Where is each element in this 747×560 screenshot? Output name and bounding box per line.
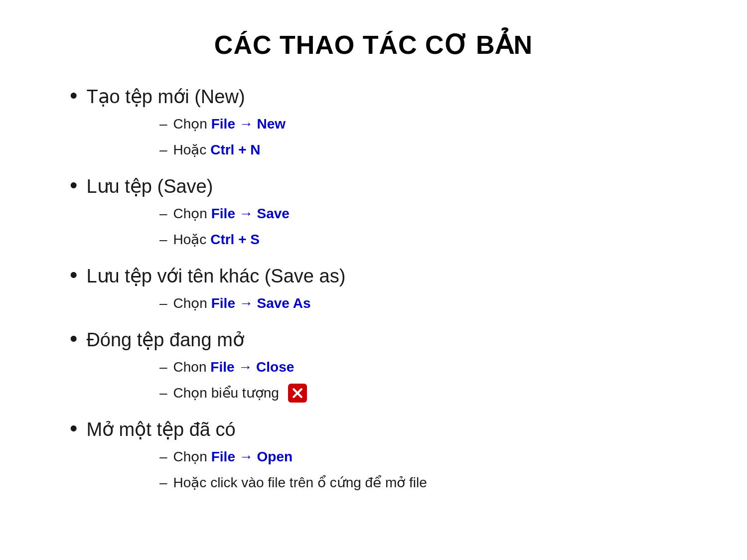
sub-text: Chọn File → New [173, 114, 286, 135]
arrow-icon: → [239, 116, 253, 132]
item-label-close: Đóng tệp đang mở [86, 329, 244, 351]
sub-item: – Hoặc Ctrl + S [159, 229, 638, 250]
item-label-save: Lưu tệp (Save) [86, 175, 213, 197]
content-area: • Tạo tệp mới (New) – Chọn File → New – … [40, 85, 638, 493]
bullet-main-save-as: • Lưu tệp với tên khác (Save as) [70, 264, 638, 287]
arrow-icon: → [239, 295, 253, 311]
dash: – [159, 293, 167, 314]
bold-close: Close [256, 359, 294, 375]
dash: – [159, 140, 167, 160]
list-item-new: • Tạo tệp mới (New) – Chọn File → New – … [70, 85, 638, 160]
dash: – [159, 446, 167, 467]
bullet-dot: • [70, 418, 77, 439]
dash: – [159, 114, 167, 135]
bold-file: File [210, 359, 234, 375]
list-item-save: • Lưu tệp (Save) – Chọn File → Save – Ho… [70, 174, 638, 250]
bold-new: New [257, 116, 286, 132]
arrow-icon: → [239, 206, 253, 221]
sub-items-open: – Chọn File → Open – Hoặc click vào file… [70, 446, 638, 493]
item-label-save-as: Lưu tệp với tên khác (Save as) [86, 265, 345, 287]
item-label-open: Mở một tệp đã có [86, 419, 235, 440]
sub-item: – Chọn File → Save As [159, 293, 638, 314]
bold-ctrl-s: Ctrl + S [210, 232, 260, 247]
sub-text: Chọn File → Save As [173, 293, 311, 314]
bold-save: Save [257, 206, 290, 221]
bold-file: File [211, 449, 235, 464]
sub-item-icon: – Chọn biểu tượng [159, 383, 638, 404]
list-item-save-as: • Lưu tệp với tên khác (Save as) – Chọn … [70, 264, 638, 314]
bold-open: Open [257, 449, 293, 464]
bold-file: File [211, 116, 235, 132]
sub-text-click: Hoặc click vào file trên ổ cứng để mở fi… [173, 472, 427, 493]
sub-text: Hoặc Ctrl + S [173, 229, 260, 250]
page-title: CÁC THAO TÁC CƠ BẢN [40, 30, 707, 60]
dash: – [159, 472, 167, 493]
sub-items-save: – Chọn File → Save – Hoặc Ctrl + S [70, 203, 638, 250]
close-x-icon [288, 384, 307, 403]
sub-items-new: – Chọn File → New – Hoặc Ctrl + N [70, 114, 638, 160]
sub-item: – Hoặc click vào file trên ổ cứng để mở … [159, 472, 638, 493]
item-label-new: Tạo tệp mới (New) [86, 86, 245, 108]
bold-file: File [211, 295, 235, 311]
bullet-dot: • [70, 174, 77, 196]
dash: – [159, 203, 167, 224]
bullet-main-save: • Lưu tệp (Save) [70, 174, 638, 197]
bullet-main-close: • Đóng tệp đang mở [70, 328, 638, 351]
sub-item: – Chọn File → Save [159, 203, 638, 224]
sub-item: – Chọn File → New [159, 114, 638, 135]
dash: – [159, 229, 167, 250]
bullet-main-open: • Mở một tệp đã có [70, 418, 638, 440]
sub-text-icon: Chọn biểu tượng [173, 383, 279, 404]
sub-text: Chọn File → Open [173, 446, 293, 467]
list-item-close: • Đóng tệp đang mở – Chon File → Close –… [70, 328, 638, 404]
sub-item: – Chọn File → Open [159, 446, 638, 467]
bullet-dot: • [70, 85, 77, 107]
sub-items-save-as: – Chọn File → Save As [70, 293, 638, 314]
sub-items-close: – Chon File → Close – Chọn biểu tượng [70, 357, 638, 404]
bold-file: File [211, 206, 235, 221]
sub-text: Chọn File → Save [173, 203, 290, 224]
sub-item: – Hoặc Ctrl + N [159, 140, 638, 160]
dash: – [159, 357, 167, 378]
bullet-main-new: • Tạo tệp mới (New) [70, 85, 638, 108]
sub-text: Chon File → Close [173, 357, 295, 378]
sub-text: Hoặc Ctrl + N [173, 140, 261, 160]
bold-ctrl-n: Ctrl + N [210, 142, 260, 157]
arrow-icon: → [239, 449, 253, 464]
dash: – [159, 383, 167, 404]
arrow-icon: → [238, 359, 252, 375]
bullet-dot: • [70, 264, 77, 286]
sub-item: – Chon File → Close [159, 357, 638, 378]
bold-save-as: Save As [257, 295, 311, 311]
list-item-open: • Mở một tệp đã có – Chọn File → Open – … [70, 418, 638, 493]
bullet-dot: • [70, 328, 77, 350]
